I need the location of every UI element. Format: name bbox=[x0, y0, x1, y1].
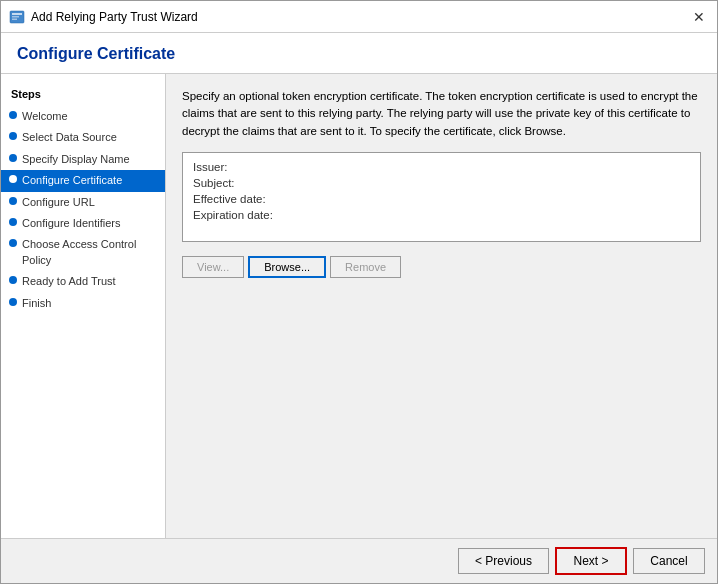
sidebar-item-ready-to-add-trust[interactable]: Ready to Add Trust bbox=[1, 271, 165, 292]
page-header: Configure Certificate bbox=[1, 33, 717, 74]
close-button[interactable]: ✕ bbox=[689, 7, 709, 27]
sidebar-item-configure-url[interactable]: Configure URL bbox=[1, 192, 165, 213]
window-title: Add Relying Party Trust Wizard bbox=[31, 10, 198, 24]
dot-icon bbox=[9, 154, 17, 162]
sidebar-item-label: Specify Display Name bbox=[22, 152, 130, 167]
sidebar-item-label: Select Data Source bbox=[22, 130, 117, 145]
sidebar-item-label: Choose Access Control Policy bbox=[22, 237, 155, 268]
sidebar-item-label: Configure Certificate bbox=[22, 173, 122, 188]
sidebar-item-choose-access-control[interactable]: Choose Access Control Policy bbox=[1, 234, 165, 271]
cancel-button[interactable]: Cancel bbox=[633, 548, 705, 574]
title-bar: Add Relying Party Trust Wizard ✕ bbox=[1, 1, 717, 33]
cert-effective-date: Effective date: bbox=[193, 193, 690, 205]
remove-button[interactable]: Remove bbox=[330, 256, 401, 278]
sidebar-item-label: Welcome bbox=[22, 109, 68, 124]
sidebar-item-welcome[interactable]: Welcome bbox=[1, 106, 165, 127]
cert-expiration-date: Expiration date: bbox=[193, 209, 690, 221]
dot-icon bbox=[9, 276, 17, 284]
footer: < Previous Next > Cancel bbox=[1, 538, 717, 583]
dot-icon bbox=[9, 175, 17, 183]
title-bar-left: Add Relying Party Trust Wizard bbox=[9, 9, 198, 25]
svg-rect-3 bbox=[12, 18, 17, 20]
sidebar-item-finish[interactable]: Finish bbox=[1, 293, 165, 314]
content-spacer bbox=[182, 278, 701, 528]
dot-icon bbox=[9, 298, 17, 306]
dot-icon bbox=[9, 111, 17, 119]
dot-icon bbox=[9, 239, 17, 247]
previous-button[interactable]: < Previous bbox=[458, 548, 549, 574]
main-content: Specify an optional token encryption cer… bbox=[166, 74, 717, 538]
sidebar-item-label: Finish bbox=[22, 296, 51, 311]
sidebar-item-configure-identifiers[interactable]: Configure Identifiers bbox=[1, 213, 165, 234]
wizard-window: Add Relying Party Trust Wizard ✕ Configu… bbox=[0, 0, 718, 584]
cert-subject: Subject: bbox=[193, 177, 690, 189]
description-text: Specify an optional token encryption cer… bbox=[182, 88, 701, 140]
sidebar-item-select-data-source[interactable]: Select Data Source bbox=[1, 127, 165, 148]
svg-rect-2 bbox=[12, 16, 19, 18]
svg-rect-1 bbox=[12, 13, 22, 15]
browse-button[interactable]: Browse... bbox=[248, 256, 326, 278]
cert-issuer: Issuer: bbox=[193, 161, 690, 173]
sidebar: Steps Welcome Select Data Source Specify… bbox=[1, 74, 166, 538]
next-button[interactable]: Next > bbox=[555, 547, 627, 575]
page-title: Configure Certificate bbox=[17, 45, 701, 63]
cert-actions: View... Browse... Remove bbox=[182, 256, 701, 278]
sidebar-item-label: Ready to Add Trust bbox=[22, 274, 116, 289]
certificate-box: Issuer: Subject: Effective date: Expirat… bbox=[182, 152, 701, 242]
sidebar-item-label: Configure Identifiers bbox=[22, 216, 120, 231]
wizard-icon bbox=[9, 9, 25, 25]
dot-icon bbox=[9, 218, 17, 226]
sidebar-item-label: Configure URL bbox=[22, 195, 95, 210]
content-area: Steps Welcome Select Data Source Specify… bbox=[1, 74, 717, 538]
dot-icon bbox=[9, 132, 17, 140]
sidebar-item-specify-display-name[interactable]: Specify Display Name bbox=[1, 149, 165, 170]
steps-label: Steps bbox=[1, 84, 165, 106]
dot-icon bbox=[9, 197, 17, 205]
sidebar-item-configure-certificate[interactable]: Configure Certificate bbox=[1, 170, 165, 191]
view-button[interactable]: View... bbox=[182, 256, 244, 278]
